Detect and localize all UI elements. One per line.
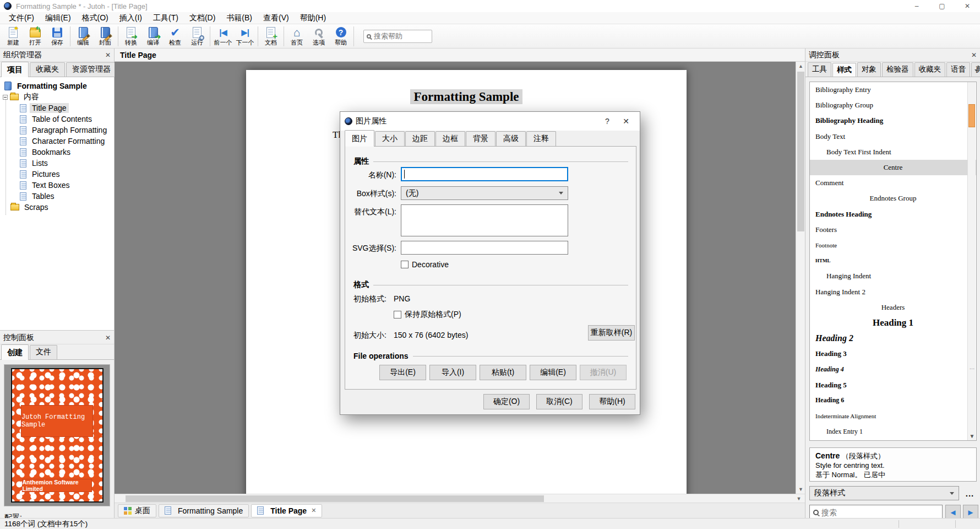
style-item[interactable]: Footers	[810, 222, 976, 237]
tab-project[interactable]: 项目	[1, 62, 29, 77]
export-button[interactable]: 导出(E)	[379, 365, 426, 380]
save-button[interactable]: 保存	[46, 25, 68, 48]
scroll-up-icon[interactable]: ▲	[796, 62, 805, 71]
styles-scroll-thumb[interactable]	[968, 104, 975, 127]
menu-document[interactable]: 文档(D)	[184, 12, 221, 24]
tree-item-lists[interactable]: Lists	[0, 158, 114, 169]
tree-item-text-boxes[interactable]: Text Boxes	[0, 180, 114, 191]
tree-item-bookmarks[interactable]: Bookmarks	[0, 147, 114, 158]
tab-formatting-sample[interactable]: Formatting Sample	[159, 504, 249, 517]
dialog-tab-advanced[interactable]: 高级	[496, 131, 526, 147]
previous-button[interactable]: |◀ 前一个	[212, 25, 234, 48]
horizontal-scrollbar[interactable]: ▼	[115, 494, 805, 503]
maximize-button[interactable]: ▢	[929, 0, 955, 12]
box-style-select[interactable]: (无)	[401, 186, 568, 200]
edit-button[interactable]: 编辑	[72, 25, 94, 48]
resample-button[interactable]: 重新取样(R)	[588, 325, 635, 341]
scroll-down-icon[interactable]: ▼	[796, 485, 805, 494]
style-item[interactable]: Indeterminate Alignment	[810, 408, 976, 424]
help-search-box[interactable]	[363, 30, 432, 43]
menu-edit[interactable]: 编辑(E)	[40, 12, 77, 24]
style-item[interactable]: Body Text First Indent	[810, 144, 976, 160]
control-panel-close-icon[interactable]: ✕	[105, 334, 111, 342]
open-button[interactable]: ↰ 打开	[24, 25, 46, 48]
menu-format[interactable]: 格式(O)	[77, 12, 114, 24]
dialog-help-button[interactable]: 帮助(H)	[589, 394, 635, 409]
style-item[interactable]: Heading 5	[810, 377, 976, 393]
cover-button[interactable]: 封面	[94, 25, 116, 48]
menu-insert[interactable]: 插入(I)	[114, 12, 148, 24]
style-search-box[interactable]	[809, 505, 943, 520]
home-button[interactable]: ⌂ 首页	[286, 25, 308, 48]
cancel-button[interactable]: 取消(C)	[536, 394, 582, 409]
organizer-close-icon[interactable]: ✕	[105, 51, 111, 59]
style-type-select[interactable]: 段落样式	[809, 486, 959, 500]
tab-tools[interactable]: 工具	[808, 62, 831, 77]
style-item[interactable]: Body Text	[810, 129, 976, 144]
tab-files[interactable]: 文件	[30, 345, 57, 359]
dialog-tab-margins[interactable]: 边距	[405, 131, 435, 147]
help-button[interactable]: ? 帮助	[330, 25, 352, 48]
vertical-scroll-thumb[interactable]	[797, 72, 804, 231]
style-item[interactable]: Endnotes Group	[810, 191, 976, 206]
next-style-button[interactable]: ►	[963, 505, 978, 520]
tab-create[interactable]: 创建	[1, 344, 29, 360]
menu-help[interactable]: 帮助(H)	[295, 12, 331, 24]
vertical-scrollbar[interactable]: ▲ ▼	[796, 62, 805, 494]
minimize-button[interactable]: –	[904, 0, 929, 12]
run-button[interactable]: 运行	[186, 25, 208, 48]
style-item[interactable]: Endnotes Heading	[810, 207, 976, 222]
previous-style-button[interactable]: ◄	[945, 505, 961, 520]
tab-objects[interactable]: 对象	[857, 62, 881, 77]
import-button[interactable]: 导入(I)	[429, 365, 476, 380]
tree-root[interactable]: Formatting Sample	[0, 80, 114, 91]
menu-books[interactable]: 书籍(B)	[221, 12, 258, 24]
edit-image-button[interactable]: 编辑(E)	[530, 365, 576, 380]
style-item[interactable]: Headers	[810, 300, 976, 315]
style-item[interactable]: Bibliography Entry	[810, 82, 976, 98]
decorative-checkbox[interactable]: Decorative	[401, 260, 449, 269]
style-item[interactable]: Hanging Indent	[810, 268, 976, 284]
style-item[interactable]: Bibliography Group	[810, 98, 976, 113]
style-item[interactable]: Bibliography Heading	[810, 113, 976, 128]
scroll-down-icon[interactable]: ▼	[968, 433, 976, 439]
more-options-button[interactable]: ...	[963, 486, 977, 500]
horizontal-scroll-thumb[interactable]	[126, 495, 544, 502]
tab-title-page[interactable]: Title Page ✕	[251, 504, 322, 517]
paste-button[interactable]: 粘贴(t)	[480, 365, 526, 380]
tab-inspector[interactable]: 检验器	[882, 62, 913, 77]
compile-button[interactable]: ➜ 编译	[142, 25, 164, 48]
new-button[interactable]: ✦ 新建	[2, 25, 24, 48]
next-button[interactable]: ▶| 下一个	[234, 25, 256, 48]
keep-format-checkbox[interactable]: 保持原始格式(P)	[394, 310, 461, 320]
close-tab-icon[interactable]: ✕	[311, 507, 316, 514]
dialog-tab-image[interactable]: 图片	[345, 130, 374, 147]
tab-list-icon[interactable]: ▼	[794, 494, 804, 503]
dialog-tab-size[interactable]: 大小	[375, 131, 405, 147]
tree-folder-content[interactable]: 内容	[0, 91, 114, 102]
styles-panel-close-icon[interactable]: ✕	[971, 51, 977, 59]
tree-item-pictures[interactable]: Pictures	[0, 169, 114, 180]
tab-styles[interactable]: 样式	[832, 63, 856, 77]
tree-item-character-formatting[interactable]: Character Formatting	[0, 136, 114, 147]
dialog-tab-annotation[interactable]: 注释	[526, 131, 556, 147]
style-item[interactable]: HTML	[810, 253, 976, 268]
tree-item-tables[interactable]: Tables	[0, 191, 114, 202]
tree-folder-scraps[interactable]: Scraps	[0, 202, 114, 213]
help-search-input[interactable]	[374, 32, 423, 40]
dialog-tab-background[interactable]: 背景	[466, 131, 496, 147]
dialog-tab-border[interactable]: 边框	[435, 131, 465, 147]
style-item[interactable]: Index Entry 1	[810, 424, 976, 439]
alt-text-textarea[interactable]	[401, 204, 568, 236]
tab-favorites-right[interactable]: 收藏夹	[914, 62, 946, 77]
style-item[interactable]: Heading 1	[810, 315, 976, 331]
ok-button[interactable]: 确定(O)	[483, 394, 530, 409]
close-button[interactable]: ✕	[955, 0, 980, 12]
check-button[interactable]: ✔ 检查	[164, 25, 186, 48]
styles-scrollbar[interactable]: … ▼	[967, 82, 976, 440]
style-item-selected[interactable]: Centre	[810, 160, 976, 175]
tree-item-title-page[interactable]: Title Page	[0, 102, 114, 114]
svg-selector-input[interactable]	[401, 241, 568, 255]
tree-item-paragraph-formatting[interactable]: Paragraph Formatting	[0, 125, 114, 136]
convert-button[interactable]: ➜ 转换	[120, 25, 142, 48]
